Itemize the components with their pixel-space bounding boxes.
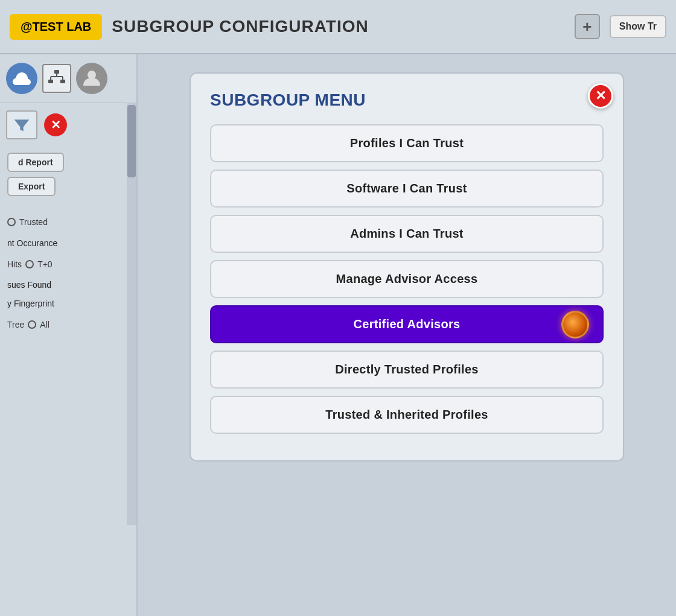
admins-i-can-trust-button[interactable]: Admins I Can Trust bbox=[210, 215, 604, 253]
sidebar-stats: Trusted nt Occurance Hits T+0 sues Found… bbox=[0, 207, 136, 340]
sidebar-icons-row bbox=[0, 54, 136, 103]
scrollbar-thumb bbox=[127, 105, 136, 177]
person-icon[interactable] bbox=[76, 63, 107, 94]
all-label: All bbox=[40, 316, 49, 334]
hits-row: Hits T+0 bbox=[7, 255, 129, 274]
close-card-button[interactable]: ✕ bbox=[588, 83, 613, 109]
t0-label: T+0 bbox=[37, 255, 53, 274]
filter-button[interactable] bbox=[6, 110, 37, 139]
add-button[interactable]: + bbox=[575, 14, 600, 39]
svg-rect-1 bbox=[48, 80, 53, 83]
occurrence-label: nt Occurance bbox=[7, 234, 129, 253]
hits-label: Hits bbox=[7, 255, 22, 274]
trusted-inherited-profiles-button[interactable]: Trusted & Inherited Profiles bbox=[210, 396, 604, 434]
report-button[interactable]: d Report bbox=[7, 153, 64, 172]
manage-advisor-access-button[interactable]: Manage Advisor Access bbox=[210, 260, 604, 298]
tree-all-row: Tree All bbox=[7, 316, 129, 334]
show-tr-button[interactable]: Show Tr bbox=[610, 15, 666, 38]
svg-point-7 bbox=[88, 71, 96, 79]
trusted-radio[interactable] bbox=[7, 218, 16, 226]
svg-rect-0 bbox=[54, 70, 59, 74]
hierarchy-icon[interactable] bbox=[42, 64, 71, 93]
cloud-icon[interactable] bbox=[6, 63, 37, 94]
svg-rect-2 bbox=[60, 80, 65, 83]
tree-label: Tree bbox=[7, 316, 24, 334]
sidebar-scrollbar[interactable] bbox=[127, 103, 136, 525]
page-title: SUBGROUP CONFIGURATION bbox=[112, 17, 564, 36]
panel-area: SUBGROUP MENU ✕ Profiles I Can Trust Sof… bbox=[138, 54, 676, 616]
header: @TEST LAB SUBGROUP CONFIGURATION + Show … bbox=[0, 0, 676, 54]
active-indicator bbox=[561, 311, 589, 338]
main-content: ✕ d Report Export Trusted nt Occurance H… bbox=[0, 54, 676, 616]
fingerprint-label: y Fingerprint bbox=[7, 294, 129, 313]
directly-trusted-profiles-button[interactable]: Directly Trusted Profiles bbox=[210, 351, 604, 389]
trusted-label: Trusted bbox=[19, 213, 48, 232]
export-button[interactable]: Export bbox=[7, 177, 56, 196]
profiles-i-can-trust-button[interactable]: Profiles I Can Trust bbox=[210, 124, 604, 162]
trusted-row: Trusted bbox=[7, 213, 129, 232]
subgroup-menu-title: SUBGROUP MENU bbox=[210, 90, 604, 110]
sidebar-actions: d Report Export bbox=[0, 147, 136, 207]
issues-label: sues Found bbox=[7, 276, 129, 294]
subgroup-menu-card: SUBGROUP MENU ✕ Profiles I Can Trust Sof… bbox=[190, 72, 624, 462]
clear-filter-button[interactable]: ✕ bbox=[42, 112, 69, 138]
software-i-can-trust-button[interactable]: Software I Can Trust bbox=[210, 170, 604, 208]
test-lab-badge[interactable]: @TEST LAB bbox=[10, 14, 102, 40]
t0-radio[interactable] bbox=[25, 260, 34, 268]
sidebar: ✕ d Report Export Trusted nt Occurance H… bbox=[0, 54, 138, 616]
certified-advisors-button[interactable]: Certified Advisors bbox=[210, 305, 604, 343]
all-radio[interactable] bbox=[28, 320, 36, 329]
close-icon: ✕ bbox=[44, 113, 67, 136]
sidebar-controls: ✕ bbox=[0, 103, 136, 147]
